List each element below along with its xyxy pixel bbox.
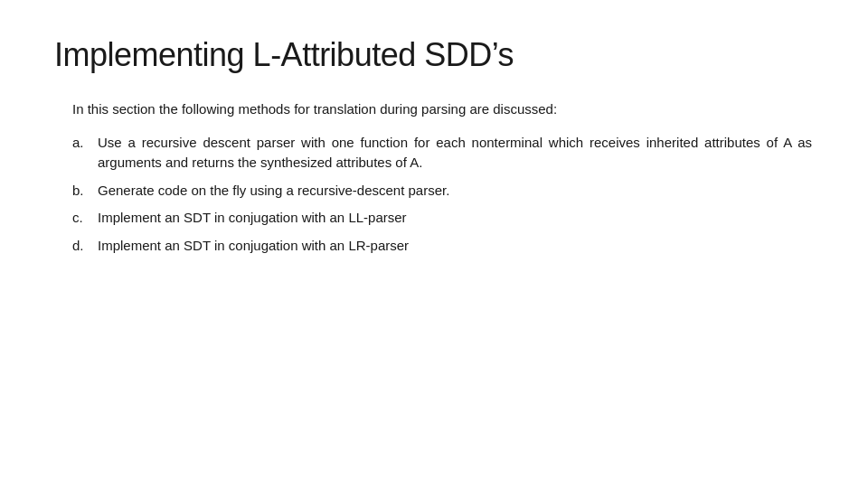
list-item: b. Generate code on the fly using a recu… (72, 181, 814, 202)
list-label-d: d. (72, 236, 98, 257)
list-text-d: Implement an SDT in conjugation with an … (98, 236, 812, 257)
list-label-b: b. (72, 181, 98, 202)
list-text-c: Implement an SDT in conjugation with an … (98, 208, 812, 229)
list-item: a. Use a recursive descent parser with o… (72, 133, 814, 174)
list-label-c: c. (72, 208, 98, 229)
list-text-b: Generate code on the fly using a recursi… (98, 181, 812, 202)
slide-content: In this section the following methods fo… (54, 99, 814, 256)
slide-title: Implementing L-Attributed SDD’s (54, 36, 814, 74)
list-item: d. Implement an SDT in conjugation with … (72, 236, 814, 257)
slide: Implementing L-Attributed SDD’s In this … (0, 0, 868, 488)
intro-paragraph: In this section the following methods fo… (72, 99, 814, 120)
list-item: c. Implement an SDT in conjugation with … (72, 208, 814, 229)
items-list: a. Use a recursive descent parser with o… (72, 133, 814, 257)
list-label-a: a. (72, 133, 98, 154)
list-text-a: Use a recursive descent parser with one … (98, 133, 812, 174)
